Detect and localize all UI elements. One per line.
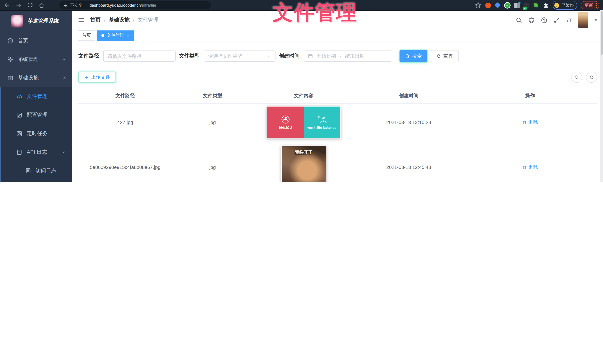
beach-umbrella-icon (316, 115, 327, 124)
avatar-caret-icon[interactable] (594, 19, 597, 21)
filter-file-type: 文件类型 请选择文件类型 (179, 50, 276, 62)
table-row: 427.jpg jpg 996.ICU work-life balan (78, 103, 597, 141)
log-doc-icon (25, 168, 31, 174)
upload-file-button[interactable]: 上传文件 (78, 72, 116, 83)
app-frame: 芋道管理系统 首页 系统管理 基础设施 文件管理 (0, 11, 603, 182)
close-tab-icon[interactable]: × (127, 33, 129, 38)
refresh-icon (436, 54, 441, 58)
cell-file-content: 996.ICU work-life balance (253, 103, 354, 141)
forward-icon[interactable] (15, 2, 22, 9)
cloud-upload-icon (16, 93, 22, 100)
calendar-icon (308, 54, 313, 59)
table-row: 5e8609290e915c4fa8b08e67.jpg jpg 我裂开了 20… (78, 141, 597, 182)
extensions-puzzle-icon[interactable] (543, 2, 549, 9)
reset-button[interactable]: 重置 (431, 50, 459, 62)
home-icon[interactable] (38, 2, 45, 9)
delete-button[interactable]: 删除 (522, 119, 538, 125)
date-range-picker[interactable]: 开始日期 - 结束日期 (304, 50, 392, 62)
date-separator: - (340, 53, 341, 59)
extension-kite-icon[interactable] (494, 2, 501, 8)
tab-file-manage[interactable]: 文件管理 × (97, 30, 133, 41)
file-type-placeholder: 请选择文件类型 (208, 53, 242, 59)
gear-icon (7, 57, 13, 62)
search-icon[interactable] (516, 17, 522, 23)
cell-file-type: jpg (172, 117, 253, 127)
url: dashboard.yudao.iocoder.cn/infra/file (90, 3, 156, 7)
sidebar-item-home[interactable]: 首页 (0, 32, 72, 50)
active-tab-dot (101, 34, 104, 37)
table-tools (571, 72, 597, 83)
security-label: 不安全 (70, 2, 82, 8)
help-icon[interactable] (541, 17, 547, 23)
github-icon[interactable] (528, 17, 534, 23)
address-bar[interactable]: 不安全 dashboard.yudao.iocoder.cn/infra/fil… (59, 1, 211, 9)
breadcrumb-home[interactable]: 首页 (90, 17, 101, 23)
chevron-up-icon (62, 150, 67, 154)
date-start-placeholder: 开始日期 (317, 53, 336, 59)
sidebar-logo[interactable]: 芋道管理系统 (0, 11, 72, 32)
refresh-table-button[interactable] (586, 72, 597, 83)
bookmark-star-icon[interactable] (475, 2, 482, 9)
breadcrumb-separator: / (104, 17, 105, 23)
logo-image (11, 15, 23, 27)
filter-form: 文件路径 文件类型 请选择文件类型 创建时间 (78, 50, 597, 62)
extension-grid-icon[interactable] (514, 2, 520, 8)
file-type-label: 文件类型 (179, 53, 200, 59)
sidebar-item-access-logs[interactable]: 访问日志 (0, 161, 72, 180)
file-path-input[interactable] (103, 50, 176, 62)
browser-update-button[interactable]: 更新 (581, 1, 599, 9)
scrollbar-thumb[interactable] (601, 11, 603, 55)
edit-icon (16, 112, 22, 118)
extension-switch-icon[interactable]: on (523, 2, 529, 8)
trash-icon (522, 165, 527, 170)
file-preview-image[interactable]: 996.ICU work-life balance (267, 106, 341, 138)
extension-ubuntu-icon[interactable] (485, 2, 491, 8)
breadcrumb-section[interactable]: 基础设施 (109, 17, 130, 23)
sidebar-item-config-manage[interactable]: 配置管理 (0, 106, 72, 124)
header-file-content: 文件内容 (253, 90, 354, 101)
cell-file-type: jpg (172, 162, 253, 172)
file-table: 文件路径 文件类型 文件内容 创建时间 操作 427.jpg jpg (78, 88, 597, 182)
extension-leaf-icon[interactable] (533, 3, 538, 7)
header-file-path: 文件路径 (78, 90, 172, 101)
tab-home[interactable]: 首页 (78, 30, 95, 41)
reload-icon[interactable] (27, 2, 34, 9)
header-create-time: 创建时间 (354, 90, 463, 101)
filter-file-path: 文件路径 (78, 50, 176, 62)
show-search-button[interactable] (571, 72, 582, 83)
sidebar-item-api-logs[interactable]: API 日志 (0, 143, 72, 161)
dashboard-icon (7, 38, 13, 44)
filter-create-time: 创建时间 开始日期 - 结束日期 (279, 50, 392, 62)
sidebar: 芋道管理系统 首页 系统管理 基础设施 文件管理 (0, 11, 72, 182)
profile-paused-badge[interactable]: 已暂停 (553, 1, 577, 10)
create-time-label: 创建时间 (279, 53, 300, 59)
file-path-label: 文件路径 (78, 53, 99, 59)
sidebar-item-system[interactable]: 系统管理 (0, 50, 72, 69)
fullscreen-icon[interactable] (553, 17, 560, 23)
navbar-actions: TT (516, 12, 597, 28)
sidebar-item-infra[interactable]: 基础设施 (0, 69, 72, 87)
header-file-type: 文件类型 (172, 90, 253, 101)
browser-menu-icon[interactable] (596, 3, 597, 8)
sidebar-item-scheduled-jobs[interactable]: 定时任务 (0, 124, 72, 143)
scrollbar[interactable] (600, 10, 603, 182)
file-preview-image[interactable]: 我裂开了 (281, 146, 326, 182)
cell-create-time: 2021-03-13 12:45:48 (354, 162, 463, 172)
sidebar-item-file-manage[interactable]: 文件管理 (0, 87, 72, 106)
user-avatar[interactable] (578, 12, 588, 28)
delete-button[interactable]: 删除 (522, 164, 538, 171)
search-button[interactable]: 搜索 (400, 50, 427, 62)
breadcrumb: 首页 / 基础设施 / 文件管理 (90, 17, 159, 23)
hamburger-icon[interactable] (78, 17, 85, 23)
sidebar-item-error-logs[interactable]: 错误日志 (0, 180, 72, 182)
cell-file-content: 我裂开了 (253, 143, 354, 182)
browser-toolbar: 不安全 dashboard.yudao.iocoder.cn/infra/fil… (0, 0, 603, 11)
top-navbar: 首页 / 基础设施 / 文件管理 TT (72, 11, 603, 29)
header-actions: 操作 (463, 90, 597, 101)
extension-check-icon[interactable]: ✓ (504, 2, 510, 8)
font-size-icon[interactable]: TT (566, 17, 572, 23)
file-type-select[interactable]: 请选择文件类型 (204, 50, 276, 62)
table-toolbar: 上传文件 (78, 72, 597, 83)
back-icon[interactable] (4, 2, 10, 9)
chevron-down-icon (62, 57, 67, 62)
